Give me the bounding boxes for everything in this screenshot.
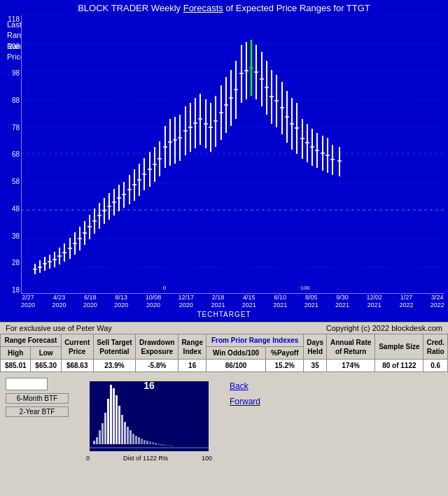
svg-rect-146 [102,423,104,444]
svg-rect-159 [138,437,140,444]
back-link[interactable]: Back [230,381,260,391]
forward-link[interactable]: Forward [230,397,260,406]
svg-rect-167 [160,444,162,446]
svg-rect-152 [118,406,120,444]
svg-rect-171 [172,446,174,446]
chart-container: BLOCK TRADER Weekly Forecasts of Expecte… [0,0,448,322]
svg-rect-0 [21,15,444,294]
svg-rect-157 [132,434,134,444]
histogram-container: 16 [83,378,216,469]
svg-rect-151 [115,395,118,444]
svg-rect-168 [163,444,165,446]
svg-rect-154 [124,422,126,444]
price-chart-svg: 0 ·100 [21,15,444,294]
svg-rect-162 [146,441,148,444]
svg-rect-165 [155,443,157,445]
chart-source: TECHTARGET [197,311,251,318]
sell-target-header: Sell TargetPotential [93,334,136,360]
svg-rect-169 [166,445,168,446]
drawdown-value: -5.8% [136,360,178,372]
data-table: Range Forecast CurrentPrice Sell TargetP… [0,334,448,372]
bottom-section: 6-Month BTF 2-Year BTF 16 [0,372,448,469]
hist-x-end: 100 [202,455,212,462]
low-header: Low [31,347,61,360]
days-held-value: 35 [304,360,327,372]
price-input[interactable] [6,378,48,390]
copyright-text: Copyright (c) 2022 blockdesk.com [326,324,442,332]
payoff-value: 15.2% [266,360,304,372]
histogram-svg [90,381,209,451]
histogram-chart: 16 [90,381,209,451]
hist-x-start: 0 [86,455,90,462]
svg-text:0: 0 [163,285,167,291]
svg-text:·100: ·100 [299,285,310,291]
sample-size-value: 80 of 1122 [375,360,424,372]
cred-ratio-value: 0.6 [424,360,448,372]
svg-rect-164 [152,442,154,444]
svg-rect-158 [135,436,137,444]
histogram-x-axis: 0 Dist of 1122 RIs 100 [83,455,216,462]
histogram-peak-label: 16 [144,381,155,391]
svg-rect-161 [144,440,146,444]
drawdown-header: DrawdownExposure [136,334,178,360]
6month-btf-button[interactable]: 6-Month BTF [6,393,69,404]
annual-rate-header: Annual Rateof Return [327,334,375,360]
svg-rect-170 [169,445,171,446]
range-index-value: 16 [178,360,206,372]
chart-title: BLOCK TRADER Weekly Forecasts of Expecte… [0,0,448,15]
svg-rect-156 [130,430,132,444]
svg-rect-147 [104,413,106,444]
svg-rect-150 [113,388,115,444]
win-odds-value: 86/100 [206,360,266,372]
from-prior-header: From Prior Range Indexes [206,334,304,347]
svg-rect-144 [96,437,98,444]
cred-ratio-header: Cred.Ratio [424,334,448,360]
range-forecast-header: Range Forecast [1,334,62,347]
current-price-header: CurrentPrice [61,334,93,360]
svg-rect-148 [107,399,109,444]
svg-rect-143 [93,441,95,444]
current-price-value: $68.63 [61,360,93,372]
svg-rect-160 [141,439,143,444]
x-axis: 2/272020 4/232020 6/182020 8/132020 10/0… [21,294,444,309]
low-value: $65.30 [31,360,61,372]
annual-rate-value: 174% [327,360,375,372]
payoff-header: %Payoff [266,347,304,360]
svg-rect-166 [158,444,160,445]
copyright-bar: For exclusive use of Peter Way Copyright… [0,322,448,334]
2year-btf-button[interactable]: 2-Year BTF [6,406,69,417]
svg-rect-149 [110,385,112,444]
range-index-header: RangeIndex [178,334,206,360]
days-held-header: DaysHeld [304,334,327,360]
svg-rect-163 [149,441,151,444]
sample-size-header: Sample Size [375,334,424,360]
high-value: $85.01 [1,360,31,372]
nav-links: Back Forward [230,378,260,406]
win-odds-header: Win Odds/100 [206,347,266,360]
svg-rect-145 [99,430,101,444]
sell-target-value: 23.9% [93,360,136,372]
exclusive-use: For exclusive use of Peter Way [6,324,112,332]
svg-rect-155 [127,427,129,444]
high-header: High [1,347,31,360]
hist-caption: Dist of 1122 RIs [123,455,168,462]
svg-rect-153 [121,415,123,444]
btf-buttons-section: 6-Month BTF 2-Year BTF [6,378,69,417]
